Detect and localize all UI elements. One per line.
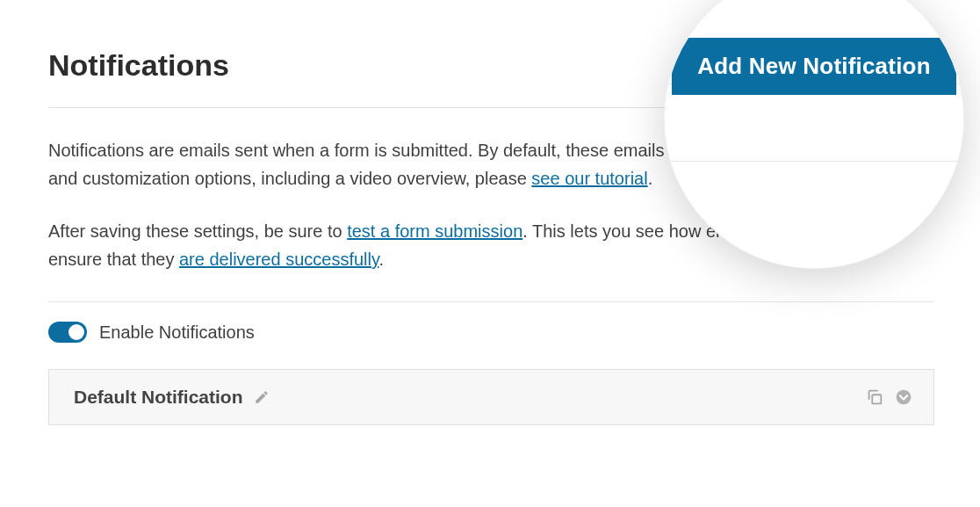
description-text: After saving these settings, be sure to (48, 221, 347, 241)
delivered-link[interactable]: are delivered successfully (179, 250, 379, 269)
pencil-icon[interactable] (254, 389, 270, 405)
duplicate-icon[interactable] (865, 387, 884, 407)
test-submission-link[interactable]: test a form submission (347, 221, 522, 241)
toggle-knob (68, 324, 84, 340)
add-new-notification-button[interactable]: Add New Notification (672, 38, 956, 95)
chevron-down-icon[interactable] (895, 388, 912, 406)
divider (48, 301, 934, 302)
notification-item[interactable]: Default Notification (48, 369, 934, 425)
svg-point-1 (897, 390, 912, 405)
svg-rect-0 (872, 395, 881, 403)
description-paragraph-2: After saving these settings, be sure to … (48, 217, 926, 273)
see-tutorial-link[interactable]: see our tutorial (531, 169, 647, 188)
notification-item-title: Default Notification (74, 387, 243, 408)
description-paragraph-1: Notifications are emails sent when a for… (48, 136, 926, 192)
enable-notifications-label: Enable Notifications (99, 322, 255, 343)
enable-notifications-row: Enable Notifications (48, 322, 934, 343)
description-suffix: . (379, 250, 385, 269)
description-text: Notifications are emails sent when a for… (48, 141, 908, 188)
description-suffix: . (648, 169, 653, 188)
enable-notifications-toggle[interactable] (48, 322, 87, 343)
divider (48, 107, 934, 108)
